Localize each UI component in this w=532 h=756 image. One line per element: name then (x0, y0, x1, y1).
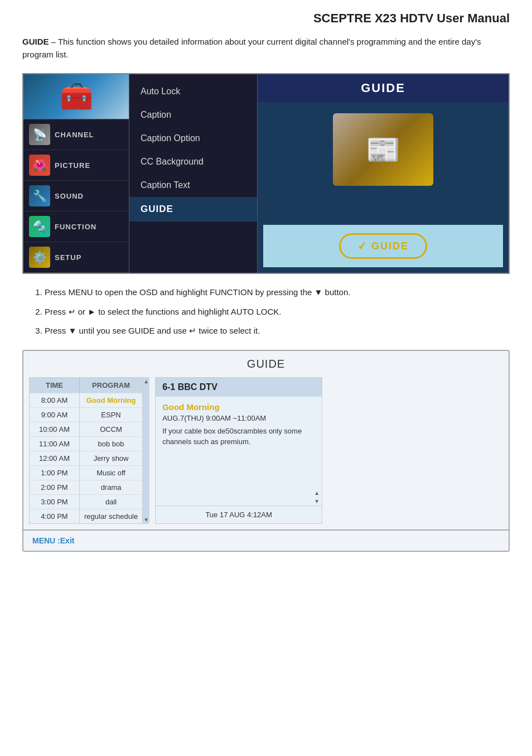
sidebar-item-picture[interactable]: 🌺 PICTURE (23, 150, 129, 181)
sidebar-label-function: FUNCTION (55, 223, 96, 231)
time-cell: 11:00 AM (30, 437, 80, 451)
time-cell: 1:00 PM (30, 466, 80, 480)
sidebar-label-picture: PICTURE (55, 161, 90, 170)
instruction-1: Press MENU to open the OSD and highlight… (45, 286, 510, 299)
prog-cell: Music off (80, 466, 142, 480)
table-row[interactable]: 4:00 PM regular schedule (30, 509, 142, 523)
scroll-up-icon[interactable]: ▲ (143, 378, 149, 384)
prog-cell: Good Morning (80, 393, 142, 407)
time-cell: 8:00 AM (30, 393, 80, 407)
osd-sidebar: 🧰 📡 CHANNEL 🌺 PICTURE 🔧 SOUND 🔩 FUNCTION… (23, 74, 129, 273)
scroll-down-icon[interactable]: ▼ (143, 517, 149, 523)
guide-oval-text: GUIDE (371, 240, 409, 252)
detail-scroll-up-icon[interactable]: ▲ (314, 490, 320, 496)
channel-icon: 📡 (29, 124, 50, 145)
prog-cell: OCCM (80, 422, 142, 436)
col-time-header: TIME (30, 378, 80, 393)
setup-icon: ⚙️ (29, 247, 50, 268)
instructions-section: Press MENU to open the OSD and highlight… (22, 286, 510, 338)
sidebar-item-setup[interactable]: ⚙️ SETUP (23, 242, 129, 273)
checkmark-icon: ✓ (357, 239, 367, 253)
time-cell: 10:00 AM (30, 422, 80, 436)
sidebar-label-setup: SETUP (55, 253, 81, 262)
detail-scroll-down-icon[interactable]: ▼ (314, 498, 320, 504)
osd-right-header: GUIDE (258, 74, 509, 102)
guide-container: GUIDE TIME PROGRAM 8:00 AM Good Morning … (22, 350, 510, 552)
sidebar-item-channel[interactable]: 📡 CHANNEL (23, 119, 129, 150)
picture-icon: 🌺 (29, 155, 50, 176)
page-title: SCEPTRE X23 HDTV User Manual (22, 11, 510, 26)
time-cell: 9:00 AM (30, 408, 80, 422)
guide-table: TIME PROGRAM 8:00 AM Good Morning 9:00 A… (29, 377, 143, 524)
table-row[interactable]: 8:00 AM Good Morning (30, 393, 142, 407)
menu-option-guide[interactable]: GUIDE (129, 197, 257, 221)
guide-table-header: TIME PROGRAM (30, 378, 142, 393)
book-image: 📰 (333, 113, 433, 186)
menu-option-cc-background[interactable]: CC Background (129, 150, 257, 174)
table-row[interactable]: 1:00 PM Music off (30, 465, 142, 480)
schedule-scrollbar[interactable]: ▲ ▼ (143, 377, 149, 524)
prog-cell: dall (80, 495, 142, 509)
guide-detail-panel: 6-1 BBC DTV Good Morning AUG.7(THU) 9:00… (155, 377, 322, 524)
table-row[interactable]: 12:00 AM Jerry show (30, 451, 142, 465)
instruction-2: Press ↵ or ► to select the functions and… (45, 306, 510, 319)
menu-option-autolock[interactable]: Auto Lock (129, 80, 257, 103)
sidebar-label-channel: CHANNEL (55, 131, 94, 139)
sound-icon: 🔧 (29, 185, 50, 206)
guide-menu-exit[interactable]: MENU :Exit (23, 529, 509, 551)
prog-cell: Jerry show (80, 451, 142, 465)
instruction-3: Press ▼ until you see GUIDE and use ↵ tw… (45, 325, 510, 338)
guide-detail-body: Good Morning AUG.7(THU) 9:00AM ~11:00AM … (156, 397, 322, 489)
function-icon: 🔩 (29, 216, 50, 237)
time-cell: 12:00 AM (30, 451, 80, 465)
detail-prog-time: AUG.7(THU) 9:00AM ~11:00AM (162, 414, 315, 422)
time-cell: 4:00 PM (30, 509, 80, 523)
guide-button-area: ✓ GUIDE (263, 225, 503, 267)
detail-timestamp: Tue 17 AUG 4:12AM (156, 505, 322, 523)
guide-body: TIME PROGRAM 8:00 AM Good Morning 9:00 A… (23, 377, 509, 529)
channel-name: 6-1 BBC DTV (156, 378, 322, 397)
guide-section-title: GUIDE (23, 351, 509, 377)
time-cell: 3:00 PM (30, 495, 80, 509)
menu-option-caption-option[interactable]: Caption Option (129, 127, 257, 150)
detail-prog-title: Good Morning (162, 402, 315, 412)
detail-prog-desc: If your cable box de50scrambles only som… (162, 426, 315, 447)
prog-cell: regular schedule (80, 509, 142, 523)
intro-text: – This function shows you detailed infor… (22, 37, 481, 59)
table-row[interactable]: 10:00 AM OCCM (30, 422, 142, 436)
intro-bold: GUIDE (22, 37, 49, 46)
menu-option-caption[interactable]: Caption (129, 103, 257, 127)
prog-cell: bob bob (80, 437, 142, 451)
osd-right-panel: GUIDE 📰 ✓ GUIDE (258, 74, 509, 273)
intro-paragraph: GUIDE – This function shows you detailed… (22, 36, 510, 61)
toolbox-icon: 🧰 (60, 81, 93, 112)
osd-screenshot: 🧰 📡 CHANNEL 🌺 PICTURE 🔧 SOUND 🔩 FUNCTION… (22, 73, 510, 274)
osd-sidebar-image: 🧰 (23, 74, 129, 119)
menu-option-caption-text[interactable]: Caption Text (129, 174, 257, 197)
guide-oval-button[interactable]: ✓ GUIDE (339, 233, 427, 259)
prog-cell: ESPN (80, 408, 142, 422)
time-cell: 2:00 PM (30, 480, 80, 494)
col-program-header: PROGRAM (80, 378, 142, 393)
osd-right-content: 📰 ✓ GUIDE (258, 102, 509, 273)
prog-cell: drama (80, 480, 142, 494)
osd-middle-menu: Auto Lock Caption Caption Option CC Back… (129, 74, 258, 273)
table-row[interactable]: 2:00 PM drama (30, 480, 142, 494)
table-row[interactable]: 3:00 PM dall (30, 494, 142, 509)
sidebar-item-sound[interactable]: 🔧 SOUND (23, 181, 129, 211)
guide-schedule-panel: TIME PROGRAM 8:00 AM Good Morning 9:00 A… (29, 377, 149, 524)
sidebar-label-sound: SOUND (55, 192, 84, 200)
sidebar-item-function[interactable]: 🔩 FUNCTION (23, 211, 129, 242)
table-row[interactable]: 11:00 AM bob bob (30, 436, 142, 451)
table-row[interactable]: 9:00 AM ESPN (30, 407, 142, 422)
